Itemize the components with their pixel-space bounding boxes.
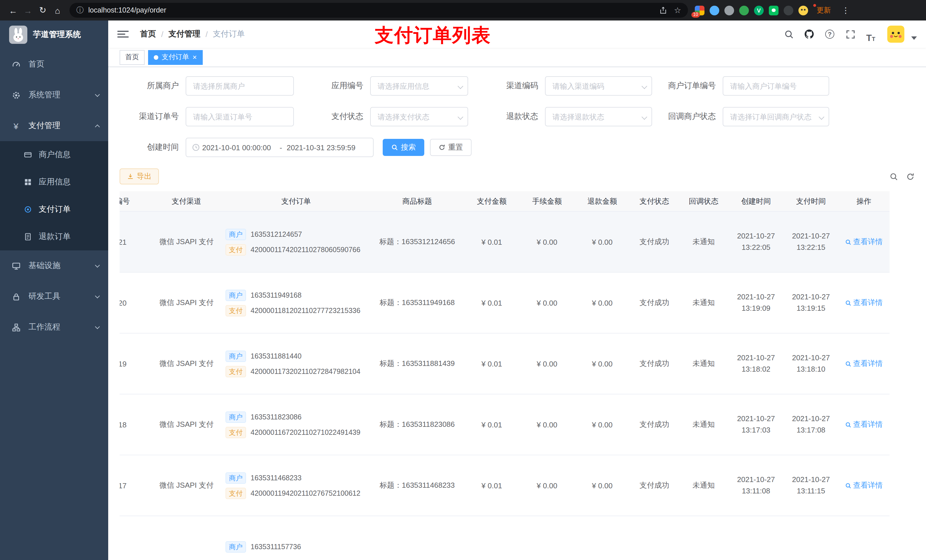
tab-close-icon[interactable]: × bbox=[192, 53, 197, 61]
cell-refund: ¥ 0.00 bbox=[575, 212, 630, 272]
sidebar-item-merchant-info[interactable]: 商户信息 bbox=[0, 141, 108, 169]
date-end-input[interactable] bbox=[287, 143, 360, 152]
cell-id: 19 bbox=[120, 334, 151, 394]
cell-status: 支付成功 bbox=[630, 394, 679, 455]
view-detail-link[interactable]: 查看详情 bbox=[845, 237, 883, 247]
extension-drop-icon[interactable] bbox=[710, 5, 719, 15]
date-range-picker[interactable]: - bbox=[186, 138, 374, 157]
merchant-input[interactable] bbox=[186, 76, 294, 96]
merchant-order-no: 1635311881440 bbox=[251, 352, 301, 360]
header-actions: ? TT bbox=[780, 26, 917, 43]
address-bar[interactable]: ⓘ localhost:1024/pay/order ☆ bbox=[70, 3, 688, 18]
sidebar-item-infrastructure[interactable]: 基础设施 bbox=[0, 251, 108, 281]
home-icon[interactable]: ⌂ bbox=[50, 3, 65, 18]
breadcrumb-payment[interactable]: 支付管理 bbox=[169, 29, 200, 39]
search-button[interactable]: 搜索 bbox=[383, 139, 424, 156]
view-detail-link[interactable]: 查看详情 bbox=[845, 359, 883, 369]
sidebar-item-pay-order[interactable]: 支付订单 bbox=[0, 196, 108, 223]
extension-pin-icon[interactable] bbox=[784, 5, 793, 15]
reset-button[interactable]: 重置 bbox=[430, 139, 472, 156]
extension-v-icon[interactable] bbox=[754, 5, 764, 15]
date-start-input[interactable] bbox=[202, 143, 275, 152]
channel-pay-no: 4200001167202110271022491439 bbox=[251, 428, 360, 436]
github-icon[interactable] bbox=[801, 26, 818, 43]
fullscreen-icon[interactable] bbox=[842, 26, 859, 43]
channel-code-select[interactable] bbox=[545, 76, 652, 96]
col-channel: 支付渠道 bbox=[151, 191, 222, 211]
site-info-icon[interactable]: ⓘ bbox=[76, 5, 84, 15]
channel-order-no-input[interactable] bbox=[186, 107, 294, 126]
reload-icon[interactable]: ↻ bbox=[35, 3, 50, 18]
cell-order: 商户1635312124657 支付4200001174202110278060… bbox=[222, 212, 370, 272]
tab-pay-order[interactable]: 支付订单× bbox=[148, 50, 203, 65]
app-header: 首页 / 支付管理 / 支付订单 支付订单列表 ? bbox=[108, 21, 926, 48]
update-button[interactable]: 更新 bbox=[813, 4, 834, 16]
sidebar-item-payment[interactable]: ¥ 支付管理 bbox=[0, 110, 108, 141]
pay-tag: 支付 bbox=[225, 427, 246, 438]
back-icon[interactable]: ← bbox=[6, 3, 21, 18]
forward-icon[interactable]: → bbox=[21, 3, 35, 18]
sidebar-item-label: 基础设施 bbox=[29, 261, 61, 271]
cell-refund: ¥ 0.00 bbox=[575, 334, 630, 394]
sidebar-item-app-info[interactable]: 应用信息 bbox=[0, 169, 108, 196]
cell-refund: ¥ 0.00 bbox=[575, 273, 630, 333]
tab-home[interactable]: 首页 bbox=[120, 50, 145, 65]
sidebar-item-devtools[interactable]: 研发工具 bbox=[0, 281, 108, 312]
view-detail-link[interactable]: 查看详情 bbox=[845, 420, 883, 430]
target-icon bbox=[24, 205, 32, 213]
font-size-icon[interactable]: TT bbox=[862, 26, 879, 43]
chevron-down-icon bbox=[95, 293, 100, 298]
extension-colorful-icon[interactable]: 10 bbox=[695, 5, 705, 15]
sidebar-item-home[interactable]: 首页 bbox=[0, 49, 108, 80]
bookmark-star-icon[interactable]: ☆ bbox=[674, 6, 681, 15]
cell-amount: ¥ 0.01 bbox=[464, 455, 519, 516]
notify-status-select[interactable] bbox=[723, 107, 829, 126]
sidebar-item-refund-order[interactable]: 退款订单 bbox=[0, 223, 108, 251]
export-button[interactable]: 导出 bbox=[120, 169, 159, 184]
search-button-label: 搜索 bbox=[401, 142, 416, 152]
view-detail-label: 查看详情 bbox=[853, 359, 883, 369]
tab-label: 支付订单 bbox=[162, 52, 189, 62]
app-select[interactable] bbox=[370, 76, 468, 96]
grid-icon bbox=[24, 178, 32, 186]
merchant-order-no: 1635311823086 bbox=[251, 413, 301, 421]
screen: ← → ↻ ⌂ ⓘ localhost:1024/pay/order ☆ 10 … bbox=[0, 0, 926, 560]
share-icon[interactable] bbox=[660, 6, 667, 14]
app-logo[interactable]: 芋道管理系统 bbox=[0, 21, 108, 49]
field-label: 应用编号 bbox=[294, 81, 370, 91]
col-fee: 手续金额 bbox=[519, 191, 575, 211]
sidebar-item-workflow[interactable]: 工作流程 bbox=[0, 312, 108, 343]
reset-button-label: 重置 bbox=[448, 142, 463, 152]
merchant-order-no: 1635311157736 bbox=[251, 543, 301, 551]
pay-tag: 支付 bbox=[225, 244, 246, 255]
view-detail-link[interactable]: 查看详情 bbox=[845, 297, 883, 308]
extension-chat-icon[interactable] bbox=[769, 5, 779, 15]
cell-pay-time: 2021-10-2713:22:15 bbox=[784, 212, 838, 272]
col-create-time: 创建时间 bbox=[728, 191, 784, 211]
font-size-large-glyph: T bbox=[866, 33, 872, 43]
sidebar-item-system[interactable]: 系统管理 bbox=[0, 80, 108, 110]
cell-action: 查看详情 bbox=[838, 334, 890, 394]
extension-gray-icon[interactable] bbox=[725, 5, 734, 15]
merchant-order-no-input[interactable] bbox=[723, 76, 829, 96]
cell-create-time: 2021-10-2713:11:08 bbox=[728, 455, 784, 516]
extension-face-icon[interactable] bbox=[799, 5, 808, 15]
view-detail-link[interactable]: 查看详情 bbox=[845, 480, 883, 491]
gear-icon bbox=[11, 91, 21, 100]
refund-status-select[interactable] bbox=[545, 107, 652, 126]
user-menu-caret-icon[interactable] bbox=[911, 36, 917, 40]
pay-status-select[interactable] bbox=[370, 107, 468, 126]
merchant-order-no: 1635312124657 bbox=[251, 230, 302, 238]
breadcrumb-home[interactable]: 首页 bbox=[140, 29, 156, 39]
toggle-search-icon[interactable] bbox=[890, 172, 898, 181]
user-avatar[interactable] bbox=[887, 26, 904, 43]
extension-green-icon[interactable] bbox=[739, 5, 749, 15]
browser-menu-icon[interactable]: ⋮ bbox=[842, 6, 850, 15]
filter-merchant: 所属商户 bbox=[120, 76, 294, 96]
refresh-table-icon[interactable] bbox=[906, 172, 915, 181]
search-icon[interactable] bbox=[780, 26, 797, 43]
sidebar-toggle-icon[interactable] bbox=[117, 29, 129, 40]
breadcrumb-separator: / bbox=[161, 30, 163, 39]
cell-title: 标题：1635312124656 bbox=[370, 212, 464, 272]
help-icon[interactable]: ? bbox=[821, 26, 838, 43]
